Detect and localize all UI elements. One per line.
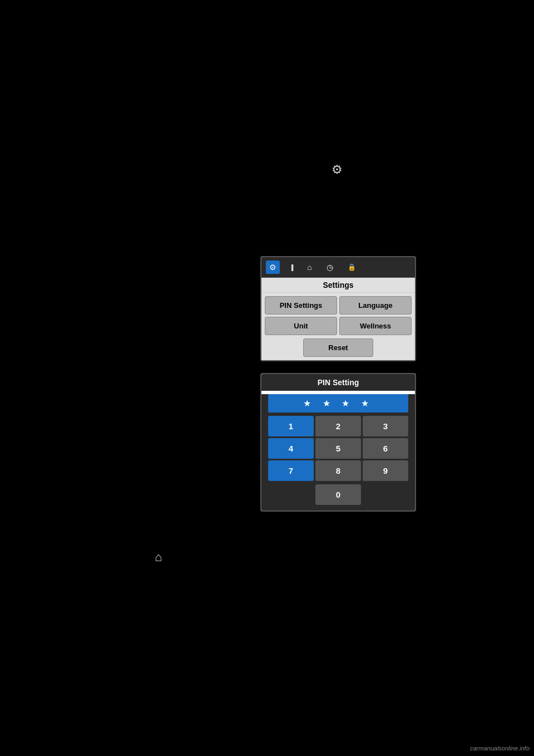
nav-barchart-icon[interactable]: ||| bbox=[288, 261, 296, 273]
pin-key-0[interactable]: 0 bbox=[315, 484, 361, 505]
pin-key-4[interactable]: 4 bbox=[268, 438, 314, 459]
pin-zero-row: 0 bbox=[265, 484, 412, 508]
pin-key-5[interactable]: 5 bbox=[315, 438, 361, 459]
nav-home-icon[interactable]: ⌂ bbox=[304, 261, 315, 274]
nav-lock-icon[interactable]: 🔒 bbox=[344, 261, 359, 273]
pin-key-3[interactable]: 3 bbox=[363, 416, 408, 436]
pin-key-1[interactable]: 1 bbox=[268, 416, 314, 436]
settings-title: Settings bbox=[261, 278, 415, 293]
floating-home-icon: ⌂ bbox=[155, 550, 162, 564]
reset-button[interactable]: Reset bbox=[303, 338, 374, 357]
settings-buttons-grid: PIN Settings Language Unit Wellness bbox=[261, 293, 415, 338]
pin-key-7[interactable]: 7 bbox=[268, 460, 314, 481]
settings-panel: ⚙ ||| ⌂ ◷ 🔒 Settings PIN Settings Langua… bbox=[260, 256, 416, 361]
pin-key-6[interactable]: 6 bbox=[363, 438, 408, 459]
language-button[interactable]: Language bbox=[339, 296, 412, 315]
nav-gear-icon[interactable]: ⚙ bbox=[266, 261, 280, 274]
pin-key-8[interactable]: 8 bbox=[315, 460, 361, 481]
settings-reset-row: Reset bbox=[261, 338, 415, 360]
watermark: carmanualsonline.info bbox=[470, 745, 530, 752]
wellness-button[interactable]: Wellness bbox=[339, 317, 412, 335]
unit-button[interactable]: Unit bbox=[265, 317, 337, 335]
pin-key-2[interactable]: 2 bbox=[315, 416, 361, 436]
pin-display: ★ ★ ★ ★ bbox=[268, 394, 408, 413]
pin-settings-button[interactable]: PIN Settings bbox=[265, 296, 337, 315]
pin-panel: PIN Setting ★ ★ ★ ★ 1 2 3 4 5 6 7 8 9 0 bbox=[260, 373, 416, 512]
floating-gear-icon: ⚙ bbox=[332, 163, 343, 177]
settings-nav-bar: ⚙ ||| ⌂ ◷ 🔒 bbox=[261, 257, 415, 278]
nav-clock-icon[interactable]: ◷ bbox=[323, 261, 337, 274]
pin-title: PIN Setting bbox=[261, 374, 415, 391]
pin-key-9[interactable]: 9 bbox=[363, 460, 408, 481]
pin-keypad: 1 2 3 4 5 6 7 8 9 bbox=[265, 416, 412, 484]
